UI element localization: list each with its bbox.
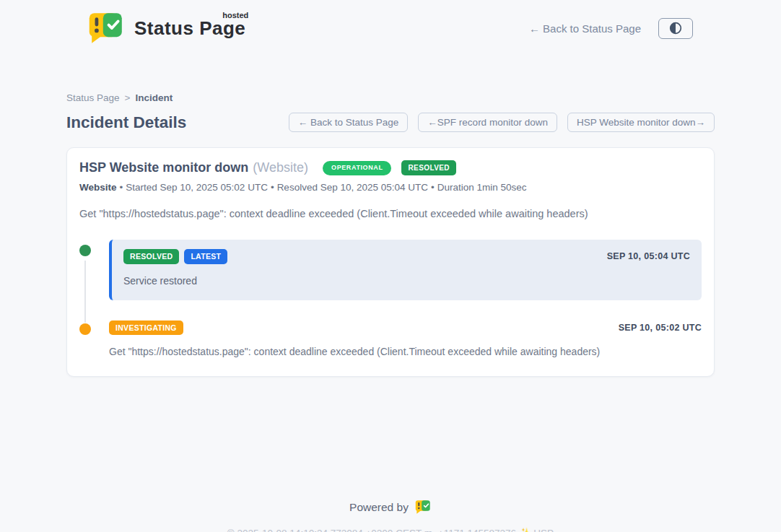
event-timestamp: SEP 10, 05:02 UTC (619, 323, 702, 333)
status-page-logo-icon (88, 12, 126, 45)
incident-timeline: RESOLVED LATEST SEP 10, 05:04 UTC Servic… (79, 240, 702, 357)
back-to-status-page-button[interactable]: ← Back to Status Page (289, 113, 409, 132)
back-to-status-page-link[interactable]: ← Back to Status Page (529, 22, 641, 35)
meta-duration: Duration 1min 50sec (437, 182, 527, 193)
breadcrumb-separator: > (125, 92, 131, 103)
event-timestamp: SEP 10, 05:04 UTC (607, 251, 690, 261)
powered-by-link[interactable]: Powered by (349, 500, 432, 515)
prev-incident-button[interactable]: ←SPF record monitor down (418, 113, 557, 132)
event-status-badge: INVESTIGATING (109, 320, 183, 336)
footer: Powered by © 2025-10-08 14:10:34.772084 … (0, 500, 781, 532)
event-card-highlighted: RESOLVED LATEST SEP 10, 05:04 UTC Servic… (109, 240, 702, 300)
incident-description: Get "https://hostedstatus.page": context… (79, 208, 702, 219)
footer-logo-icon (415, 500, 432, 515)
event-status-badge: RESOLVED (123, 249, 179, 264)
page-title: Incident Details (66, 113, 186, 132)
meta-component: Website (79, 182, 117, 193)
resolved-dot-icon (79, 245, 91, 256)
next-incident-button[interactable]: HSP Website monitor down→ (567, 113, 715, 132)
meta-started: Started Sep 10, 2025 05:02 UTC (126, 182, 268, 193)
timeline-marker (79, 318, 109, 358)
theme-toggle-icon (668, 21, 683, 35)
event-body: INVESTIGATING SEP 10, 05:02 UTC Get "htt… (109, 318, 702, 358)
powered-by-label: Powered by (349, 501, 409, 514)
logo[interactable]: Status Page hosted (88, 12, 245, 45)
event-latest-badge: LATEST (184, 249, 227, 264)
breadcrumb-current: Incident (135, 92, 173, 103)
incident-meta: Website•Started Sep 10, 2025 05:02 UTC•R… (79, 182, 702, 193)
meta-bullet: • (271, 182, 274, 193)
meta-resolved: Resolved Sep 10, 2025 05:04 UTC (277, 182, 428, 193)
logo-text: Status Page hosted (134, 17, 245, 40)
timeline-marker (79, 240, 109, 300)
meta-bullet: • (120, 182, 123, 193)
header: Status Page hosted ← Back to Status Page (0, 0, 781, 51)
breadcrumb: Status Page>Incident (66, 92, 715, 103)
event-message: Service restored (123, 275, 690, 287)
investigating-dot-icon (79, 323, 91, 335)
theme-toggle-button[interactable] (658, 18, 693, 39)
incident-title: HSP Website monitor down(Website) (79, 160, 308, 175)
breadcrumb-root[interactable]: Status Page (66, 92, 120, 103)
main-content: Status Page>Incident Incident Details ← … (66, 51, 715, 377)
incident-card: HSP Website monitor down(Website) OPERAT… (66, 147, 715, 377)
timeline-event-latest: RESOLVED LATEST SEP 10, 05:04 UTC Servic… (79, 240, 702, 300)
incident-nav-buttons: ← Back to Status Page ←SPF record monito… (289, 113, 715, 132)
copyright: © 2025-10-08 14:10:34.772084 +0200 CEST … (0, 527, 781, 532)
meta-bullet: • (431, 182, 435, 193)
timeline-connector (84, 261, 86, 323)
operational-status-badge: OPERATIONAL (323, 161, 391, 175)
timeline-event-investigating: INVESTIGATING SEP 10, 05:02 UTC Get "htt… (79, 318, 702, 358)
event-message: Get "https://hostedstatus.page": context… (109, 346, 702, 357)
logo-superscript: hosted (222, 11, 248, 19)
resolved-status-badge: RESOLVED (401, 160, 455, 175)
incident-component: (Website) (253, 160, 308, 175)
